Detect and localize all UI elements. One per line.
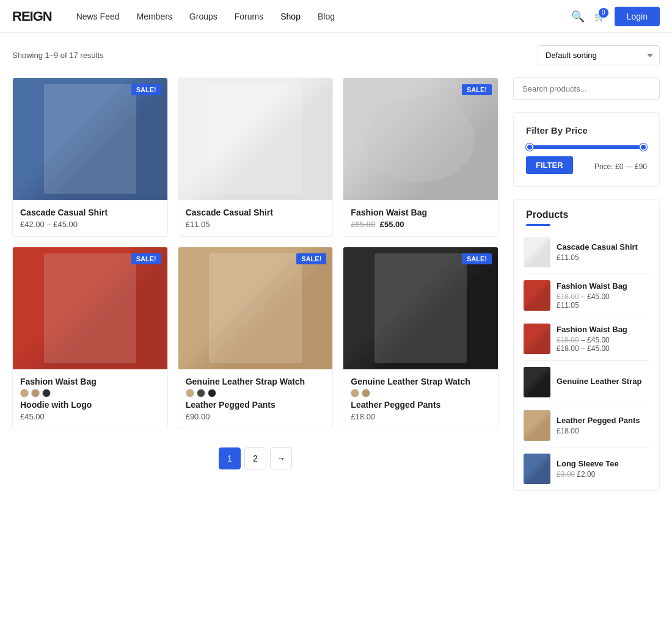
color-swatches — [351, 389, 491, 397]
table-row[interactable]: SALE! Cascade Casual Shirt £42.00 – £45.… — [12, 78, 168, 237]
page-2-button[interactable]: 2 — [244, 447, 266, 469]
page-next-button[interactable]: → — [270, 447, 292, 469]
header-actions: 🔍 🛒 0 Login — [571, 7, 660, 26]
results-count: Showing 1–9 of 17 results — [12, 51, 104, 60]
color-swatch[interactable] — [208, 389, 216, 397]
sidebar-product-info: Genuine Leather Strap — [557, 377, 649, 388]
sidebar-product-name: Leather Pegged Pants — [557, 416, 649, 426]
sidebar-product-price: £3.00 £2.00 — [557, 470, 649, 479]
section-underline — [526, 224, 550, 226]
list-item[interactable]: Leather Pegged Pants £18.00 — [524, 404, 649, 447]
product-price: £11.05 — [186, 220, 326, 229]
product-info: Fashion Waist Bag £65.00 £55.00 — [343, 200, 498, 236]
sidebar-product-info: Long Sleeve Tee £3.00 £2.00 — [557, 459, 649, 479]
color-swatch[interactable] — [197, 389, 205, 397]
sidebar-product-name: Fashion Waist Bag — [557, 325, 649, 335]
color-swatch[interactable] — [351, 389, 359, 397]
color-swatches — [186, 389, 326, 397]
price-new: £55.00 — [380, 220, 404, 229]
list-item[interactable]: Long Sleeve Tee £3.00 £2.00 — [524, 447, 649, 490]
table-row[interactable]: SALE! Fashion Waist Bag £65.00 £55.00 — [343, 78, 499, 237]
search-box — [513, 78, 660, 100]
sidebar-product-name: Long Sleeve Tee — [557, 459, 649, 469]
nav-forums[interactable]: Forums — [235, 12, 263, 21]
color-swatch[interactable] — [42, 389, 51, 397]
product-image: SALE! — [343, 78, 498, 200]
color-swatches — [20, 389, 160, 397]
cart-badge: 0 — [599, 8, 608, 18]
page-1-button[interactable]: 1 — [219, 447, 241, 469]
filter-button[interactable]: FILTER — [526, 156, 573, 174]
price-old: £65.00 — [351, 220, 375, 229]
product-sub-name: Leather Pegged Pants — [186, 400, 326, 410]
list-item[interactable]: Fashion Waist Bag £18.00 – £45.00 £18.00… — [524, 317, 649, 361]
product-name: Genuine Leather Strap Watch — [186, 377, 326, 386]
sidebar-price-old: £3.00 — [557, 470, 575, 479]
product-list: SALE! Cascade Casual Shirt £42.00 – £45.… — [12, 78, 499, 429]
sidebar-thumb — [524, 454, 550, 484]
nav-groups[interactable]: Groups — [189, 12, 217, 21]
products-grid: SALE! Cascade Casual Shirt £42.00 – £45.… — [12, 78, 499, 491]
pagination: 1 2 → — [12, 447, 499, 469]
product-price: £42.00 – £45.00 — [20, 220, 160, 229]
cart-button[interactable]: 🛒 0 — [594, 12, 605, 21]
search-icon[interactable]: 🔍 — [571, 10, 585, 23]
slider-thumb-left[interactable] — [526, 143, 533, 151]
sort-select[interactable]: Default sorting Price: low to high Price… — [538, 45, 660, 65]
product-info: Cascade Casual Shirt £11.05 — [178, 200, 333, 236]
color-swatch[interactable] — [31, 389, 40, 397]
table-row[interactable]: SALE! Fashion Waist Bag Hoodie with Logo… — [12, 247, 168, 429]
sidebar-thumb — [524, 410, 550, 441]
sidebar-section-header: Products — [514, 200, 659, 231]
product-image: SALE! — [13, 247, 167, 369]
list-item[interactable]: Cascade Casual Shirt £11.05 — [524, 231, 649, 274]
sidebar-thumb — [524, 280, 550, 311]
slider-thumb-right[interactable] — [640, 143, 647, 151]
filter-row: FILTER Price: £0 — £90 — [526, 156, 647, 174]
nav-news-feed[interactable]: News Feed — [76, 12, 120, 21]
product-price: £18.00 — [351, 412, 491, 421]
product-info: Genuine Leather Strap Watch Leather Pegg… — [343, 369, 498, 429]
product-name: Cascade Casual Shirt — [186, 208, 326, 217]
sidebar-product-price: £18.00 – £45.00 £11.05 — [557, 292, 649, 310]
product-image: SALE! — [343, 247, 498, 369]
color-swatch[interactable] — [362, 389, 370, 397]
header: REIGN News Feed Members Groups Forums Sh… — [0, 0, 672, 33]
logo[interactable]: REIGN — [12, 9, 52, 24]
sale-badge: SALE! — [296, 253, 326, 264]
sidebar-product-name: Genuine Leather Strap — [557, 377, 649, 387]
sidebar-product-price: £18.00 — [557, 427, 649, 435]
sidebar-product-info: Fashion Waist Bag £18.00 – £45.00 £18.00… — [557, 325, 649, 353]
list-item[interactable]: Fashion Waist Bag £18.00 – £45.00 £11.05 — [524, 274, 649, 317]
table-row[interactable]: SALE! Genuine Leather Strap Watch Leathe… — [343, 247, 499, 429]
nav-shop[interactable]: Shop — [280, 12, 301, 21]
sidebar-product-info: Cascade Casual Shirt £11.05 — [557, 242, 649, 262]
nav-blog[interactable]: Blog — [318, 12, 335, 21]
product-name: Genuine Leather Strap Watch — [351, 377, 491, 386]
sidebar-products-section: Products Cascade Casual Shirt £11.05 — [513, 199, 660, 491]
login-button[interactable]: Login — [615, 7, 660, 26]
sidebar-product-name: Fashion Waist Bag — [557, 281, 649, 292]
product-image: SALE! — [13, 78, 167, 200]
color-swatch[interactable] — [20, 389, 29, 397]
sidebar-price-secondary: £18.00 – £45.00 — [557, 344, 610, 353]
product-sub-name: Hoodie with Logo — [20, 400, 160, 410]
filter-title: Filter By Price — [526, 125, 647, 136]
color-swatch[interactable] — [186, 389, 194, 397]
sidebar-price-old: £18.00 — [557, 336, 579, 344]
sidebar-product-price: £11.05 — [557, 253, 649, 262]
sidebar-product-info: Leather Pegged Pants £18.00 — [557, 416, 649, 436]
product-image — [178, 78, 333, 200]
search-input[interactable] — [513, 78, 660, 100]
price-range-text: Price: £0 — £90 — [594, 162, 647, 171]
top-bar: Showing 1–9 of 17 results Default sortin… — [12, 45, 660, 65]
nav-members[interactable]: Members — [137, 12, 172, 21]
table-row[interactable]: Cascade Casual Shirt £11.05 — [178, 78, 334, 237]
product-name: Fashion Waist Bag — [20, 377, 160, 386]
table-row[interactable]: SALE! Genuine Leather Strap Watch Leathe… — [178, 247, 334, 429]
sale-badge: SALE! — [462, 84, 492, 95]
sidebar-product-list: Cascade Casual Shirt £11.05 Fashion Wais… — [514, 231, 659, 490]
list-item[interactable]: Genuine Leather Strap — [524, 361, 649, 404]
sidebar-thumb — [524, 324, 550, 354]
page-content: Showing 1–9 of 17 results Default sortin… — [0, 33, 672, 503]
